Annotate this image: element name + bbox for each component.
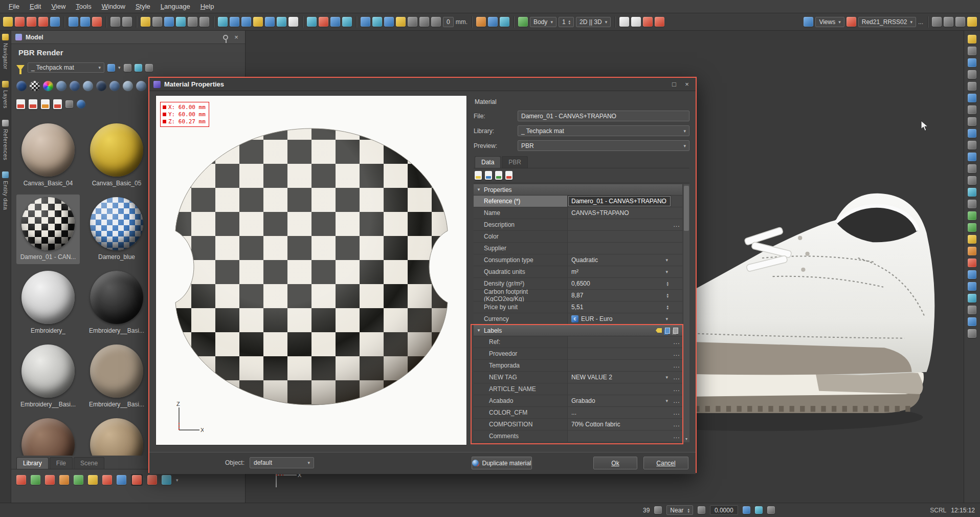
right-toolbar-icon[interactable] <box>968 141 976 149</box>
sidebar-tab-references[interactable]: References <box>2 120 9 160</box>
more-button[interactable]: ... <box>671 430 682 442</box>
more-button[interactable]: ... <box>671 348 682 359</box>
material-library-select[interactable]: _ Techpack mat▾ <box>28 62 104 73</box>
clip-plane-select[interactable]: Near ▴▾ <box>666 505 693 515</box>
property-row-carbon-footprint[interactable]: Carbon footprint (KgCO2eq/Kg) 8,87▴▾ <box>474 290 682 301</box>
export-icon[interactable] <box>38 17 48 27</box>
label-row-color-cfm[interactable]: COLOR_CFM ... ... <box>474 407 682 419</box>
right-toolbar-icon[interactable] <box>968 164 976 173</box>
right-toolbar-icon[interactable] <box>968 317 976 326</box>
more-button[interactable]: ... <box>671 219 682 230</box>
tab-file[interactable]: File <box>50 457 73 469</box>
material-thumb[interactable]: Canvas_Basic_04 <box>16 121 80 190</box>
paste-icon[interactable] <box>176 17 186 27</box>
flat-preview-toggle-icon[interactable] <box>135 64 142 72</box>
grid-icon[interactable] <box>117 475 126 485</box>
display-mode-icon[interactable] <box>654 506 662 514</box>
sidebar-tab-navigator[interactable]: Navigator <box>2 34 9 70</box>
chart-icon[interactable] <box>476 17 486 27</box>
properties-header[interactable]: ▼ Properties <box>474 184 682 196</box>
eraser-icon[interactable] <box>152 17 162 27</box>
text-tool-icon[interactable] <box>944 17 953 27</box>
material-sphere-icon[interactable] <box>83 81 93 91</box>
align-icon[interactable] <box>230 17 239 27</box>
gear-icon[interactable] <box>408 17 417 27</box>
label-row-new-tag[interactable]: NEW TAG NEW VALUE 2▾ ... <box>474 372 682 383</box>
ok-button[interactable]: Ok <box>593 457 637 469</box>
material-thumb[interactable]: Damero_blue <box>85 195 148 264</box>
cut-icon[interactable] <box>92 17 102 27</box>
more-button[interactable]: ... <box>671 395 682 406</box>
copy-labels-icon[interactable] <box>665 328 670 334</box>
right-toolbar-icon[interactable] <box>968 282 976 291</box>
page-icon[interactable] <box>619 17 629 27</box>
sidebar-tab-layers[interactable]: Layers <box>2 81 9 109</box>
right-toolbar-icon[interactable] <box>968 105 976 114</box>
object-select[interactable]: default▾ <box>250 457 314 468</box>
dialog-title-bar[interactable]: Material Properties □ × <box>149 78 696 91</box>
property-row-currency[interactable]: Currency €EUR - Euro▾ <box>474 313 682 325</box>
tab-library[interactable]: Library <box>16 457 49 469</box>
right-toolbar-icon[interactable] <box>968 329 976 338</box>
right-toolbar-icon[interactable] <box>968 306 976 314</box>
material-preview-viewport[interactable]: X: 60.00 mm Y: 60.00 mm Z: 60.27 mm Z X <box>155 95 467 445</box>
anchor-icon[interactable] <box>319 17 328 27</box>
offset-icon[interactable] <box>199 17 209 27</box>
material-thumb[interactable]: Embroidery__Basi... <box>85 342 148 412</box>
tab-pbr[interactable]: PBR <box>502 156 528 168</box>
document-select[interactable]: Red21_RRSS02▾ <box>858 17 916 27</box>
ring-icon[interactable] <box>147 475 157 485</box>
arrow-up-icon[interactable] <box>932 17 942 27</box>
pattern-table-icon[interactable] <box>16 475 26 485</box>
avatar-status-icon[interactable] <box>767 506 775 514</box>
material-card-icon[interactable] <box>16 99 25 109</box>
right-toolbar-icon[interactable] <box>968 117 976 126</box>
lock-icon[interactable] <box>330 17 340 27</box>
material-thumb[interactable]: Embroidery_ <box>16 268 80 338</box>
more-button[interactable]: ... <box>671 360 682 371</box>
layers-icon[interactable] <box>500 17 509 27</box>
right-toolbar-icon[interactable] <box>968 211 976 220</box>
tag-icon[interactable] <box>656 328 662 333</box>
brush-icon[interactable] <box>643 17 653 27</box>
material-thumb[interactable] <box>16 416 80 456</box>
material-thumb-selected[interactable]: Damero_01 - CAN... <box>16 195 80 264</box>
pencil-icon[interactable] <box>141 17 150 27</box>
property-row-price[interactable]: Price by unit 5,51▴▾ <box>474 301 682 313</box>
material-sphere-icon[interactable] <box>109 81 120 91</box>
property-row-name[interactable]: Name CANVAS+TRAPANO <box>474 207 682 219</box>
mirror-icon[interactable] <box>188 17 197 27</box>
new-property-icon[interactable] <box>475 171 482 180</box>
menu-tools[interactable]: Tools <box>71 1 96 12</box>
property-row-quadratic-units[interactable]: Quadratic units m²▾ <box>474 266 682 278</box>
right-toolbar-icon[interactable] <box>968 176 976 185</box>
arrow-down-icon[interactable] <box>955 17 965 27</box>
right-toolbar-icon[interactable] <box>968 247 976 255</box>
material-sphere-icon[interactable] <box>56 81 66 91</box>
render-icon[interactable] <box>847 17 856 27</box>
property-row-supplier[interactable]: Supplier <box>474 243 682 254</box>
right-toolbar-icon[interactable] <box>968 294 976 303</box>
sync-icon[interactable] <box>755 506 763 514</box>
pan-icon[interactable] <box>69 17 78 27</box>
snap-status-icon[interactable] <box>743 506 750 514</box>
right-toolbar-icon[interactable] <box>968 58 976 67</box>
menu-window[interactable]: Window <box>97 1 130 12</box>
preview-select[interactable]: PBR▾ <box>518 140 689 151</box>
dimension-mode-select[interactable]: 2D || 3D▾ <box>576 17 611 27</box>
count-stepper[interactable]: 1▴▾ <box>559 17 574 27</box>
curve-tool-icon[interactable] <box>342 17 352 27</box>
file-input[interactable]: Damero_01 - CANVAS+TRAPANO <box>518 111 689 121</box>
material-sphere-icon[interactable] <box>70 81 80 91</box>
duplicate-material-button[interactable]: Duplicate material <box>472 457 532 469</box>
import-icon[interactable] <box>27 17 36 27</box>
grid-view-icon[interactable] <box>967 17 977 27</box>
paste-labels-icon[interactable] <box>673 328 678 334</box>
material-thumb[interactable]: Embroidery__Basi... <box>16 342 80 412</box>
snap-icon[interactable] <box>396 17 406 27</box>
right-toolbar-icon[interactable] <box>968 200 976 208</box>
scroll-down-arrow-icon[interactable]: ▾ <box>683 437 689 441</box>
right-toolbar-icon[interactable] <box>968 235 976 244</box>
delete-property-icon[interactable] <box>505 171 513 180</box>
crosshair-icon[interactable] <box>419 17 429 27</box>
